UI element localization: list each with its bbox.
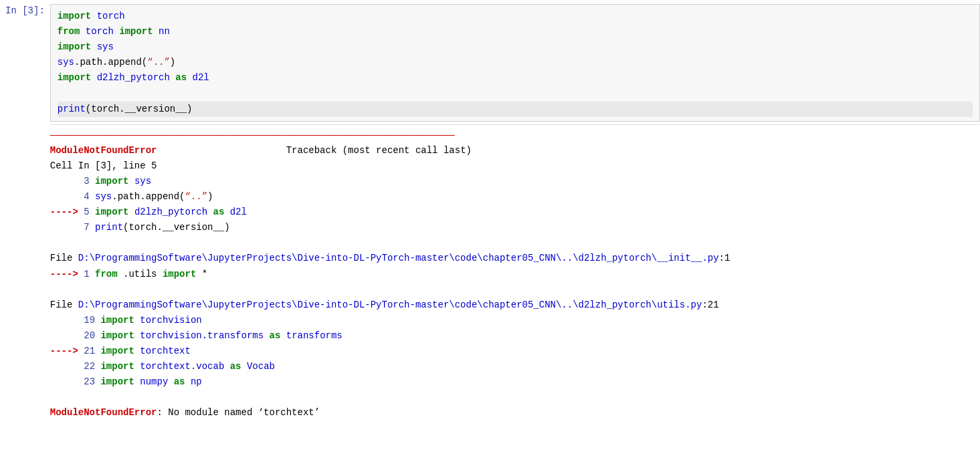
notebook-cell: In [3]: import torch from torch import n… [0,0,980,427]
code-block[interactable]: import torch from torch import nn import… [50,4,980,122]
cell-content[interactable]: import torch from torch import nn import… [50,0,980,427]
output-area: ————————————————————————————————————————… [50,124,980,424]
cell-label: In [3]: [0,0,50,16]
code-pre: import torch from torch import nn import… [58,9,973,117]
output-pre: ————————————————————————————————————————… [50,128,980,421]
